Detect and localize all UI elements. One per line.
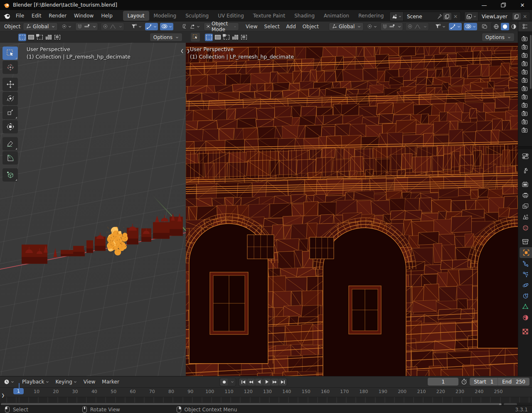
timeline-ruler[interactable]: 1 10203040506070809010011012013014015016… [0,388,532,397]
minimize-button[interactable]: — [475,0,494,10]
tab-view-layer[interactable] [518,201,532,211]
pin-icon[interactable] [437,14,442,19]
tab-object[interactable] [520,247,532,258]
select-mode-extend-right[interactable] [214,34,222,41]
topbar-menu-item[interactable]: Window [70,11,97,20]
close-button[interactable]: ✕ [513,0,532,10]
viewport-menu-item[interactable]: Select [261,22,283,31]
pivot-point-dropdown-right[interactable] [366,23,378,30]
camera-render-toggle-icon[interactable] [522,77,529,83]
scene-browse-icon[interactable] [390,12,404,21]
topbar-menu-item[interactable]: Help [97,11,116,20]
play-button[interactable] [263,379,271,386]
options-dropdown-right[interactable]: Options [482,33,515,42]
viewport-3d-left[interactable] [0,43,186,376]
overlays-toggle-right[interactable] [464,23,477,30]
transform-tool[interactable] [2,120,18,133]
camera-render-toggle-icon[interactable] [522,102,529,108]
frame-start-field[interactable]: Start1 [470,378,498,386]
workspace-tab[interactable]: Texture Paint [249,11,290,21]
properties-editor-icon[interactable] [518,151,532,162]
tab-render[interactable] [518,179,532,190]
shading-material-button[interactable] [510,23,518,30]
tab-output[interactable] [518,190,532,201]
keying-set-dropdown[interactable] [228,379,235,386]
select-mode-intersect[interactable] [53,34,61,41]
tab-modifiers[interactable] [518,258,532,269]
unlink-scene-icon[interactable]: ✕ [452,14,459,20]
camera-render-toggle-icon[interactable] [522,94,529,100]
select-mode-extend[interactable] [27,34,35,41]
snapping-group-right[interactable] [380,22,403,31]
toolbar-toggle-right-viewport[interactable]: ❯ [187,49,190,53]
show-object-types-dropdown-right[interactable] [434,23,447,30]
frame-end-field[interactable]: End250 [498,378,530,386]
camera-render-toggle-icon[interactable] [522,69,529,75]
next-keyframe-button[interactable] [271,379,278,386]
select-mode-invert[interactable] [44,34,52,41]
new-viewlayer-icon[interactable] [512,13,521,20]
timeline-menu-marker[interactable]: Marker [99,378,122,386]
playhead[interactable] [19,383,20,391]
topbar-menu-item[interactable]: Render [45,11,70,20]
mode-label[interactable]: Object [4,24,20,30]
camera-render-toggle-icon[interactable] [522,119,529,125]
timeline-expand-arrow[interactable]: ❯ [1,393,5,398]
tab-object-data[interactable] [518,301,532,312]
tab-particles[interactable] [518,269,532,280]
viewlayer-selector[interactable]: ViewLayer ✕ [464,12,530,21]
measure-tool[interactable] [2,151,18,165]
remove-viewlayer-icon[interactable]: ✕ [522,14,528,20]
timeline-tick-area[interactable] [0,397,532,403]
timeline-menu-keying[interactable]: Keying [52,378,80,386]
new-scene-icon[interactable] [443,13,451,20]
proportional-edit-group[interactable] [101,22,124,31]
gizmos-toggle[interactable] [145,23,158,30]
tab-physics[interactable] [518,280,532,290]
topbar-menu-item[interactable]: File [12,11,28,20]
transform-orientation-dropdown-right[interactable]: Global [329,22,364,31]
tab-collection[interactable] [518,236,532,247]
timeline-menu-view[interactable]: View [80,378,99,386]
rotate-tool[interactable] [2,92,18,105]
viewlayer-browse-icon[interactable] [465,12,478,21]
tab-texture[interactable] [518,326,532,337]
camera-render-toggle-icon[interactable] [522,86,529,91]
scene-name[interactable]: Scene [404,14,435,20]
play-reverse-button[interactable] [255,379,263,386]
workspace-tab[interactable]: Modeling [149,11,181,21]
restore-button[interactable] [494,0,513,10]
gizmos-toggle-right[interactable] [449,23,462,30]
camera-render-toggle-icon[interactable] [522,36,529,42]
workspace-tab[interactable]: Sculpting [181,11,213,21]
auto-keying-record-button[interactable] [220,379,228,386]
select-mode-new-right[interactable] [205,34,213,41]
select-mode-subtract-right[interactable] [222,34,230,41]
timeline-menu-playback[interactable]: Playback [19,378,52,386]
select-mode-intersect-right[interactable] [240,34,248,41]
editor-type-dropdown[interactable] [188,23,201,30]
jump-to-end-button[interactable] [279,379,286,386]
move-tool[interactable] [2,78,18,91]
workspace-tab[interactable]: Rendering [354,11,388,21]
active-tool-icon[interactable] [191,33,200,42]
select-mode-invert-right[interactable] [231,34,239,41]
workspace-tab[interactable]: UV Editing [213,11,249,21]
workspace-tab[interactable]: Animation [319,11,354,21]
show-object-types-dropdown[interactable] [130,23,143,30]
workspace-tab[interactable]: Layout [123,11,149,21]
select-box-tool[interactable] [2,47,18,60]
shading-solid-button[interactable] [501,23,509,30]
camera-render-toggle-icon[interactable] [522,61,529,66]
viewport-menu-item[interactable]: View [242,22,261,31]
topbar-menu-item[interactable]: Edit [28,11,45,20]
tab-material[interactable] [518,312,532,323]
proportional-edit-group-right[interactable] [405,22,429,31]
viewport-menu-item[interactable]: Add [283,22,299,31]
scale-tool[interactable] [2,106,18,119]
select-mode-new[interactable] [18,34,26,41]
camera-render-toggle-icon[interactable] [522,44,529,50]
outliner-editor-icon[interactable] [522,24,528,30]
tab-constraints[interactable] [518,290,532,301]
scene-selector[interactable]: Scene ✕ [389,12,461,21]
